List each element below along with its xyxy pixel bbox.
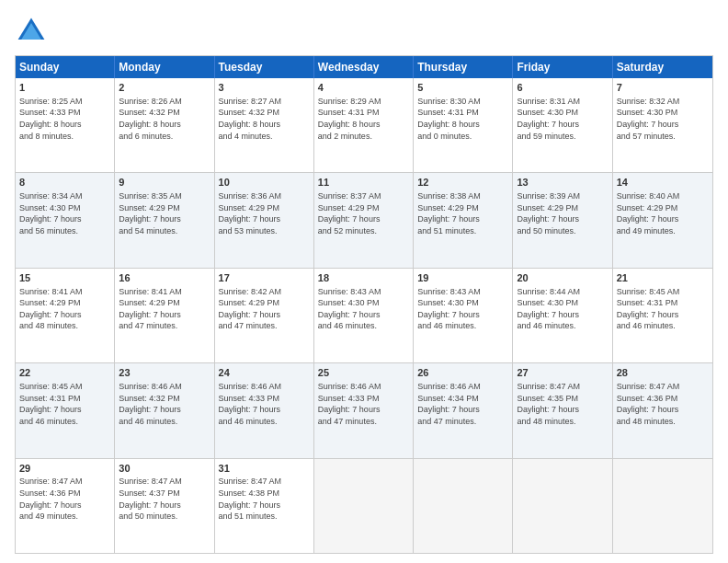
cell-info: Sunrise: 8:45 AM Sunset: 4:31 PM Dayligh… [19,381,110,427]
day-number: 17 [219,271,310,285]
calendar-cell: 22Sunrise: 8:45 AM Sunset: 4:31 PM Dayli… [16,363,115,457]
cell-info: Sunrise: 8:40 AM Sunset: 4:29 PM Dayligh… [617,190,709,236]
cell-info: Sunrise: 8:41 AM Sunset: 4:29 PM Dayligh… [19,286,110,332]
cal-header-day: Sunday [16,56,115,78]
day-number: 30 [119,462,210,476]
calendar-cell: 31Sunrise: 8:47 AM Sunset: 4:38 PM Dayli… [215,459,314,553]
calendar-cell: 10Sunrise: 8:36 AM Sunset: 4:29 PM Dayli… [215,173,314,267]
calendar-cell: 26Sunrise: 8:46 AM Sunset: 4:34 PM Dayli… [414,363,513,457]
calendar-cell: 4Sunrise: 8:29 AM Sunset: 4:31 PM Daylig… [314,78,414,172]
cell-info: Sunrise: 8:31 AM Sunset: 4:30 PM Dayligh… [517,96,608,142]
cal-header-day: Friday [513,56,612,78]
calendar-cell: 30Sunrise: 8:47 AM Sunset: 4:37 PM Dayli… [115,459,214,553]
cell-info: Sunrise: 8:38 AM Sunset: 4:29 PM Dayligh… [417,190,508,236]
day-number: 22 [19,366,110,380]
cell-info: Sunrise: 8:44 AM Sunset: 4:30 PM Dayligh… [517,286,608,332]
logo [15,15,51,48]
calendar-cell: 16Sunrise: 8:41 AM Sunset: 4:29 PM Dayli… [115,269,214,362]
day-number: 9 [119,176,210,190]
day-number: 18 [318,271,409,285]
cell-info: Sunrise: 8:46 AM Sunset: 4:33 PM Dayligh… [219,381,310,427]
calendar-row: 15Sunrise: 8:41 AM Sunset: 4:29 PM Dayli… [16,268,712,362]
day-number: 14 [617,176,709,190]
calendar-cell: 28Sunrise: 8:47 AM Sunset: 4:36 PM Dayli… [613,363,712,457]
cell-info: Sunrise: 8:46 AM Sunset: 4:32 PM Dayligh… [119,381,210,427]
calendar-cell: 7Sunrise: 8:32 AM Sunset: 4:30 PM Daylig… [613,78,712,172]
day-number: 2 [119,81,210,95]
cell-info: Sunrise: 8:35 AM Sunset: 4:29 PM Dayligh… [119,190,210,236]
cell-info: Sunrise: 8:32 AM Sunset: 4:30 PM Dayligh… [617,96,709,142]
day-number: 23 [119,366,210,380]
calendar-cell: 17Sunrise: 8:42 AM Sunset: 4:29 PM Dayli… [215,269,314,362]
cal-header-day: Thursday [414,56,513,78]
calendar-cell [414,459,513,553]
cell-info: Sunrise: 8:41 AM Sunset: 4:29 PM Dayligh… [119,286,210,332]
day-number: 28 [617,366,709,380]
day-number: 12 [417,176,508,190]
day-number: 6 [517,81,608,95]
calendar-cell: 24Sunrise: 8:46 AM Sunset: 4:33 PM Dayli… [215,363,314,457]
calendar-cell: 9Sunrise: 8:35 AM Sunset: 4:29 PM Daylig… [115,173,214,267]
cal-header-day: Monday [115,56,214,78]
calendar-cell: 21Sunrise: 8:45 AM Sunset: 4:31 PM Dayli… [613,269,712,362]
cell-info: Sunrise: 8:43 AM Sunset: 4:30 PM Dayligh… [318,286,409,332]
calendar-cell: 18Sunrise: 8:43 AM Sunset: 4:30 PM Dayli… [314,269,414,362]
day-number: 24 [219,366,310,380]
day-number: 8 [19,176,110,190]
calendar-cell: 19Sunrise: 8:43 AM Sunset: 4:30 PM Dayli… [414,269,513,362]
cell-info: Sunrise: 8:45 AM Sunset: 4:31 PM Dayligh… [617,286,709,332]
cell-info: Sunrise: 8:34 AM Sunset: 4:30 PM Dayligh… [19,190,110,236]
day-number: 1 [19,81,110,95]
calendar-cell: 14Sunrise: 8:40 AM Sunset: 4:29 PM Dayli… [613,173,712,267]
calendar-cell: 25Sunrise: 8:46 AM Sunset: 4:33 PM Dayli… [314,363,414,457]
cell-info: Sunrise: 8:47 AM Sunset: 4:36 PM Dayligh… [19,476,110,522]
calendar-cell: 1Sunrise: 8:25 AM Sunset: 4:33 PM Daylig… [16,78,115,172]
calendar-row: 22Sunrise: 8:45 AM Sunset: 4:31 PM Dayli… [16,362,712,457]
day-number: 3 [219,81,310,95]
day-number: 25 [318,366,409,380]
day-number: 15 [19,271,110,285]
day-number: 7 [617,81,709,95]
day-number: 16 [119,271,210,285]
calendar-cell: 29Sunrise: 8:47 AM Sunset: 4:36 PM Dayli… [16,459,115,553]
day-number: 20 [517,271,608,285]
day-number: 21 [617,271,709,285]
cell-info: Sunrise: 8:36 AM Sunset: 4:29 PM Dayligh… [219,190,310,236]
calendar-cell: 8Sunrise: 8:34 AM Sunset: 4:30 PM Daylig… [16,173,115,267]
cell-info: Sunrise: 8:39 AM Sunset: 4:29 PM Dayligh… [517,190,608,236]
calendar-cell: 12Sunrise: 8:38 AM Sunset: 4:29 PM Dayli… [414,173,513,267]
day-number: 13 [517,176,608,190]
cell-info: Sunrise: 8:47 AM Sunset: 4:38 PM Dayligh… [219,476,310,522]
day-number: 19 [417,271,508,285]
day-number: 26 [417,366,508,380]
cell-info: Sunrise: 8:37 AM Sunset: 4:29 PM Dayligh… [318,190,409,236]
calendar-cell: 11Sunrise: 8:37 AM Sunset: 4:29 PM Dayli… [314,173,414,267]
calendar-cell: 20Sunrise: 8:44 AM Sunset: 4:30 PM Dayli… [513,269,612,362]
calendar-cell: 15Sunrise: 8:41 AM Sunset: 4:29 PM Dayli… [16,269,115,362]
calendar-body: 1Sunrise: 8:25 AM Sunset: 4:33 PM Daylig… [16,78,712,553]
calendar-cell [513,459,612,553]
calendar-row: 8Sunrise: 8:34 AM Sunset: 4:30 PM Daylig… [16,172,712,267]
day-number: 29 [19,462,110,476]
calendar-row: 29Sunrise: 8:47 AM Sunset: 4:36 PM Dayli… [16,458,712,553]
calendar: SundayMondayTuesdayWednesdayThursdayFrid… [15,55,713,554]
calendar-cell: 5Sunrise: 8:30 AM Sunset: 4:31 PM Daylig… [414,78,513,172]
calendar-cell: 23Sunrise: 8:46 AM Sunset: 4:32 PM Dayli… [115,363,214,457]
day-number: 4 [318,81,409,95]
cell-info: Sunrise: 8:42 AM Sunset: 4:29 PM Dayligh… [219,286,310,332]
day-number: 5 [417,81,508,95]
cell-info: Sunrise: 8:25 AM Sunset: 4:33 PM Dayligh… [19,96,110,142]
logo-icon [15,15,48,48]
calendar-cell: 6Sunrise: 8:31 AM Sunset: 4:30 PM Daylig… [513,78,612,172]
calendar-cell [613,459,712,553]
cell-info: Sunrise: 8:27 AM Sunset: 4:32 PM Dayligh… [219,96,310,142]
day-number: 31 [219,462,310,476]
cal-header-day: Wednesday [314,56,414,78]
day-number: 11 [318,176,409,190]
calendar-cell: 3Sunrise: 8:27 AM Sunset: 4:32 PM Daylig… [215,78,314,172]
day-number: 10 [219,176,310,190]
calendar-header: SundayMondayTuesdayWednesdayThursdayFrid… [16,56,712,78]
calendar-cell [314,459,414,553]
cal-header-day: Saturday [613,56,712,78]
cell-info: Sunrise: 8:46 AM Sunset: 4:33 PM Dayligh… [318,381,409,427]
